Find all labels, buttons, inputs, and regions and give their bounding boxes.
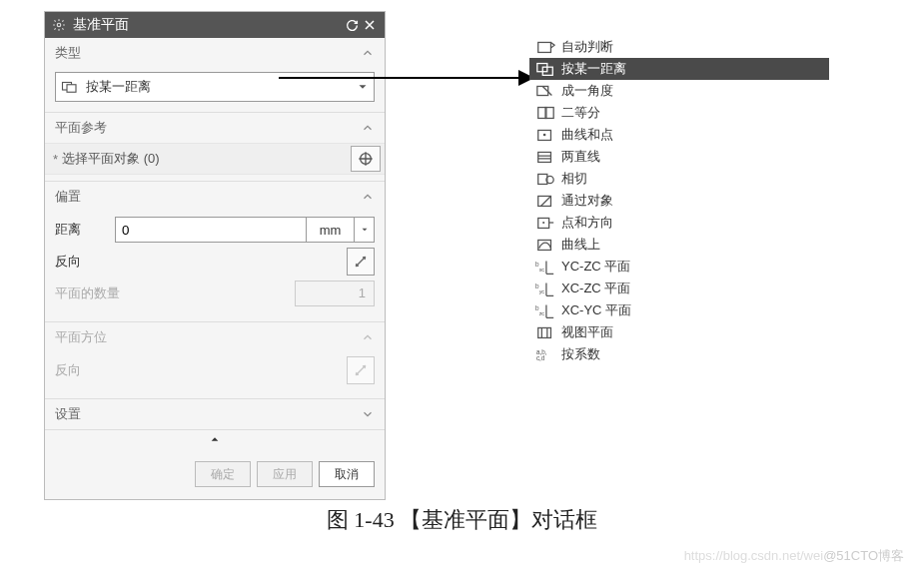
menu-item-point-direction[interactable]: 点和方向 (529, 212, 829, 234)
menu-item-label: 自动判断 (561, 38, 613, 56)
distance-input[interactable] (115, 217, 307, 243)
point-direction-icon (535, 215, 555, 231)
titlebar[interactable]: 基准平面 (45, 12, 385, 38)
angle-icon (535, 83, 555, 99)
section-header-orientation[interactable]: 平面方位 (45, 322, 385, 352)
menu-item-label: 相切 (561, 170, 587, 188)
type-dropdown-menu: 自动判断按某一距离成一角度二等分曲线和点两直线相切通过对象点和方向曲线上bxcY… (529, 36, 829, 365)
svg-rect-12 (538, 152, 551, 162)
watermark-suffix: @51CTO博客 (823, 548, 904, 563)
type-dropdown-value: 按某一距离 (86, 78, 356, 96)
svg-point-17 (542, 222, 544, 224)
curve-point-icon (535, 127, 555, 143)
distance-unit-dropdown[interactable] (355, 217, 375, 243)
coefficient-icon: a,b,c,d (535, 346, 555, 362)
two-lines-icon (535, 149, 555, 165)
menu-item-label: 曲线上 (561, 236, 600, 254)
menu-item-tangent[interactable]: 相切 (529, 168, 829, 190)
selection-scope-button[interactable] (351, 146, 381, 172)
menu-item-on-curve[interactable]: 曲线上 (529, 234, 829, 256)
menu-item-curve-point[interactable]: 曲线和点 (529, 124, 829, 146)
reset-button[interactable] (343, 16, 361, 34)
menu-item-label: 视图平面 (561, 323, 613, 341)
svg-rect-25 (538, 327, 551, 337)
arrow-connector (279, 77, 520, 79)
ok-button: 确定 (195, 461, 251, 487)
menu-item-auto-detect[interactable]: 自动判断 (529, 36, 829, 58)
collapse-all-button[interactable] (45, 430, 385, 453)
chevron-up-icon (361, 46, 375, 60)
close-button[interactable] (361, 16, 379, 34)
reverse-button[interactable] (347, 248, 375, 276)
section-header-offset[interactable]: 偏置 (45, 182, 385, 212)
through-object-icon (535, 193, 555, 209)
menu-item-angle[interactable]: 成一角度 (529, 80, 829, 102)
menu-item-label: 成一角度 (561, 82, 613, 100)
auto-detect-icon (535, 39, 555, 55)
section-label: 设置 (55, 405, 81, 423)
menu-item-label: YC-ZC 平面 (561, 258, 630, 276)
menu-item-label: 两直线 (561, 148, 600, 166)
section-header-type[interactable]: 类型 (45, 38, 385, 68)
section-offset: 偏置 距离 mm 反向 平面的数量 1 (45, 182, 385, 322)
bisect-icon (535, 105, 555, 121)
menu-item-label: 按某一距离 (561, 60, 626, 78)
distance-unit: mm (307, 217, 355, 243)
orientation-reverse-row: 反向 (55, 356, 375, 384)
svg-text:c,d: c,d (536, 354, 545, 361)
chevron-up-icon (361, 330, 375, 344)
distance-label: 距离 (55, 221, 115, 239)
svg-point-11 (543, 134, 546, 137)
plane-count-label: 平面的数量 (55, 285, 295, 302)
orientation-reverse-button (347, 356, 375, 384)
chevron-up-icon (361, 121, 375, 135)
section-type: 类型 按某一距离 (45, 38, 385, 113)
svg-point-0 (57, 23, 61, 27)
section-header-plane-ref[interactable]: 平面参考 (45, 113, 385, 143)
chevron-up-icon (361, 190, 375, 204)
section-label: 偏置 (55, 188, 81, 206)
menu-item-label: XC-ZC 平面 (561, 280, 630, 297)
dialog-title: 基准平面 (73, 16, 343, 34)
menu-item-xcyc-plane[interactable]: bzcXC-YC 平面 (529, 299, 829, 321)
menu-item-through-object[interactable]: 通过对象 (529, 190, 829, 212)
cancel-button[interactable]: 取消 (319, 461, 375, 487)
menu-item-yczc-plane[interactable]: bxcYC-ZC 平面 (529, 256, 829, 278)
menu-item-two-lines[interactable]: 两直线 (529, 146, 829, 168)
dialog-buttons: 确定 应用 取消 (45, 453, 385, 499)
menu-item-distance[interactable]: 按某一距离 (529, 58, 829, 80)
section-label: 平面方位 (55, 328, 107, 346)
watermark: https://blog.csdn.net/wei@51CTO博客 (684, 547, 904, 565)
gear-icon (51, 17, 67, 33)
svg-text:zc: zc (539, 310, 545, 316)
menu-item-coefficient[interactable]: a,b,c,d按系数 (529, 343, 829, 365)
section-orientation: 平面方位 反向 (45, 322, 385, 399)
menu-item-label: XC-YC 平面 (561, 301, 631, 319)
datum-plane-dialog: 基准平面 类型 按某一距离 平面参考 (44, 11, 386, 500)
watermark-prefix: https://blog.csdn.net/wei (684, 548, 823, 563)
menu-item-view-plane[interactable]: 视图平面 (529, 321, 829, 343)
menu-item-xczc-plane[interactable]: bycXC-ZC 平面 (529, 278, 829, 299)
xczc-plane-icon: byc (535, 281, 555, 296)
figure-caption: 图 1-43 【基准平面】对话框 (0, 505, 924, 535)
menu-item-label: 按系数 (561, 345, 600, 363)
menu-item-bisect[interactable]: 二等分 (529, 102, 829, 124)
menu-item-label: 点和方向 (561, 214, 613, 232)
section-settings: 设置 (45, 399, 385, 430)
apply-button: 应用 (257, 461, 313, 487)
distance-icon (535, 61, 555, 77)
svg-rect-4 (538, 42, 551, 52)
svg-rect-2 (67, 85, 76, 93)
select-plane-object[interactable]: * 选择平面对象 (0) (45, 143, 385, 175)
menu-item-label: 二等分 (561, 104, 600, 122)
distance-row: 距离 mm (55, 216, 375, 244)
xcyc-plane-icon: bzc (535, 302, 555, 318)
orientation-reverse-label: 反向 (55, 361, 347, 379)
section-header-settings[interactable]: 设置 (45, 399, 385, 430)
svg-text:xc: xc (539, 267, 545, 273)
tangent-icon (535, 171, 555, 187)
menu-item-label: 曲线和点 (561, 126, 613, 144)
reverse-row: 反向 (55, 248, 375, 276)
plane-count-row: 平面的数量 1 (55, 280, 375, 307)
menu-item-label: 通过对象 (561, 192, 613, 210)
